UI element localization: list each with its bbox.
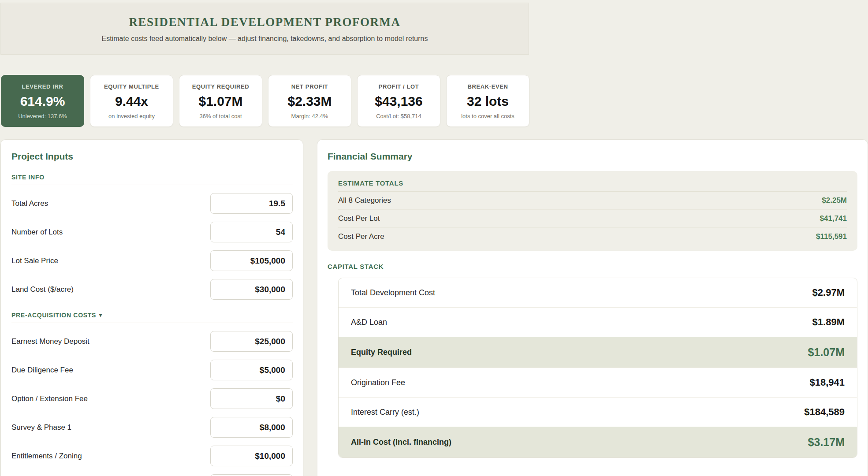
totals-value: $2.25M xyxy=(822,196,847,205)
closing-costs-input[interactable] xyxy=(210,474,293,476)
input-label: Total Acres xyxy=(11,199,48,208)
kpi-levered-irr: LEVERED IRR 614.9% Unlevered: 137.6% xyxy=(1,75,84,127)
main-content: Project Inputs SITE INFO Total Acres Num… xyxy=(0,139,868,476)
chevron-down-icon: ▾ xyxy=(99,312,102,318)
input-row: Earnest Money Deposit xyxy=(11,331,293,352)
kpi-equity-required: EQUITY REQUIRED $1.07M 36% of total cost xyxy=(179,75,262,127)
section-heading-pre-acquisition-costs[interactable]: PRE-ACQUISITION COSTS ▾ xyxy=(11,312,293,323)
input-row: Survey & Phase 1 xyxy=(11,417,293,438)
input-label: Lot Sale Price xyxy=(11,257,58,265)
kpi-sub: Unlevered: 137.6% xyxy=(5,113,80,119)
kpi-value: $43,136 xyxy=(361,94,436,109)
capital-stack-heading: CAPITAL STACK xyxy=(328,263,857,270)
kpi-row: LEVERED IRR 614.9% Unlevered: 137.6% EQU… xyxy=(1,75,529,127)
page-subtitle: Estimate costs feed automatically below … xyxy=(10,35,520,43)
totals-row-cost-per-lot: Cost Per Lot $41,741 xyxy=(338,210,847,228)
kpi-value: 32 lots xyxy=(450,94,525,109)
project-inputs-title: Project Inputs xyxy=(11,151,293,162)
kpi-label: LEVERED IRR xyxy=(5,83,80,90)
input-row: Lot Sale Price xyxy=(11,250,293,271)
input-label: Survey & Phase 1 xyxy=(11,423,71,432)
input-row: Number of Lots xyxy=(11,222,293,242)
earnest-money-deposit-input[interactable] xyxy=(210,331,293,352)
total-acres-input[interactable] xyxy=(210,193,293,214)
cap-label: A&D Loan xyxy=(351,318,387,327)
cap-row-ad-loan: A&D Loan $1.89M xyxy=(339,308,857,337)
kpi-net-profit: NET PROFIT $2.33M Margin: 42.4% xyxy=(268,75,351,127)
section-heading-label: PRE-ACQUISITION COSTS xyxy=(11,312,96,319)
input-label: Land Cost ($/acre) xyxy=(11,285,74,294)
cap-label: Equity Required xyxy=(351,348,412,357)
kpi-label: NET PROFIT xyxy=(272,83,347,90)
kpi-label: EQUITY MULTIPLE xyxy=(94,83,169,90)
kpi-break-even: BREAK-EVEN 32 lots lots to cover all cos… xyxy=(446,75,529,127)
kpi-profit-per-lot: PROFIT / LOT $43,136 Cost/Lot: $58,714 xyxy=(357,75,440,127)
estimate-totals-box: ESTIMATE TOTALS All 8 Categories $2.25M … xyxy=(328,171,857,251)
kpi-label: BREAK-EVEN xyxy=(450,83,525,90)
number-of-lots-input[interactable] xyxy=(210,222,293,242)
lot-sale-price-input[interactable] xyxy=(210,250,293,271)
input-row: Land Cost ($/acre) xyxy=(11,279,293,300)
financial-summary-panel: Financial Summary ESTIMATE TOTALS All 8 … xyxy=(317,139,868,476)
capital-stack-box: Total Development Cost $2.97M A&D Loan $… xyxy=(338,278,857,458)
kpi-label: EQUITY REQUIRED xyxy=(183,83,258,90)
input-label: Number of Lots xyxy=(11,228,63,237)
totals-value: $41,741 xyxy=(820,214,847,223)
page-header: RESIDENTIAL DEVELOPMENT PROFORMA Estimat… xyxy=(0,3,529,55)
page-title: RESIDENTIAL DEVELOPMENT PROFORMA xyxy=(10,15,520,29)
kpi-value: $2.33M xyxy=(272,94,347,109)
cap-label: Interest Carry (est.) xyxy=(351,408,419,417)
totals-row-all-categories: All 8 Categories $2.25M xyxy=(338,192,847,210)
input-row: Entitlements / Zoning xyxy=(11,446,293,466)
kpi-sub: on invested equity xyxy=(94,113,169,119)
cap-value: $2.97M xyxy=(812,287,845,298)
entitlements-zoning-input[interactable] xyxy=(210,446,293,466)
kpi-sub: Margin: 42.4% xyxy=(272,113,347,119)
option-extension-fee-input[interactable] xyxy=(210,388,293,409)
financial-summary-title: Financial Summary xyxy=(328,151,857,162)
project-inputs-panel: Project Inputs SITE INFO Total Acres Num… xyxy=(0,139,303,476)
cap-value: $18,941 xyxy=(809,377,845,388)
input-row: Closing Costs xyxy=(11,474,293,476)
cap-value: $1.89M xyxy=(812,316,845,328)
land-cost-per-acre-input[interactable] xyxy=(210,279,293,300)
kpi-value: $1.07M xyxy=(183,94,258,109)
kpi-equity-multiple: EQUITY MULTIPLE 9.44x on invested equity xyxy=(90,75,173,127)
cap-label: All-In Cost (incl. financing) xyxy=(351,438,451,447)
totals-row-cost-per-acre: Cost Per Acre $115,591 xyxy=(338,228,847,245)
cap-label: Total Development Cost xyxy=(351,288,435,298)
kpi-label: PROFIT / LOT xyxy=(361,83,436,90)
cap-row-interest-carry: Interest Carry (est.) $184,589 xyxy=(339,398,857,427)
input-row: Total Acres xyxy=(11,193,293,214)
section-heading-label: SITE INFO xyxy=(11,174,45,181)
cap-row-equity-required: Equity Required $1.07M xyxy=(339,337,857,368)
kpi-sub: lots to cover all costs xyxy=(450,113,525,119)
input-row: Option / Extension Fee xyxy=(11,388,293,409)
totals-value: $115,591 xyxy=(816,232,847,241)
input-label: Earnest Money Deposit xyxy=(11,337,89,346)
cap-row-origination-fee: Origination Fee $18,941 xyxy=(339,368,857,398)
cap-row-all-in-cost: All-In Cost (incl. financing) $3.17M xyxy=(339,427,857,457)
cap-row-total-development-cost: Total Development Cost $2.97M xyxy=(339,278,857,308)
kpi-value: 614.9% xyxy=(5,94,80,109)
input-row: Due Diligence Fee xyxy=(11,360,293,380)
section-heading-site-info: SITE INFO xyxy=(11,174,293,185)
input-label: Entitlements / Zoning xyxy=(11,452,82,461)
cap-value: $1.07M xyxy=(808,346,845,359)
survey-phase-1-input[interactable] xyxy=(210,417,293,438)
totals-label: Cost Per Lot xyxy=(338,214,380,223)
cap-value: $3.17M xyxy=(808,436,845,449)
input-label: Due Diligence Fee xyxy=(11,366,73,375)
input-label: Option / Extension Fee xyxy=(11,394,88,403)
estimate-totals-heading: ESTIMATE TOTALS xyxy=(338,179,847,192)
kpi-sub: 36% of total cost xyxy=(183,113,258,119)
due-diligence-fee-input[interactable] xyxy=(210,360,293,380)
totals-label: Cost Per Acre xyxy=(338,232,384,241)
kpi-value: 9.44x xyxy=(94,94,169,109)
cap-value: $184,589 xyxy=(804,406,845,418)
kpi-sub: Cost/Lot: $58,714 xyxy=(361,113,436,119)
totals-label: All 8 Categories xyxy=(338,196,391,205)
cap-label: Origination Fee xyxy=(351,378,405,387)
